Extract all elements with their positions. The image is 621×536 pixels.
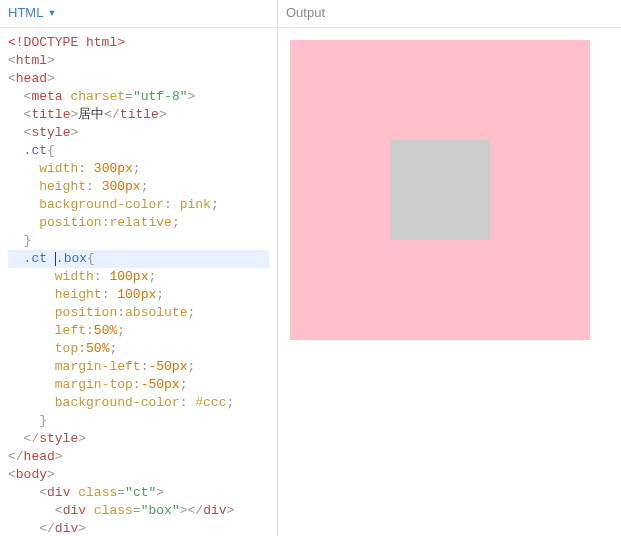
code-editor[interactable]: <!DOCTYPE html><html><head> <meta charse… <box>0 28 277 536</box>
code-line: .ct{ <box>8 142 269 160</box>
code-line: margin-left:-50px; <box>8 358 269 376</box>
app-container: HTML ▼ <!DOCTYPE html><html><head> <meta… <box>0 0 621 536</box>
code-line: background-color: #ccc; <box>8 394 269 412</box>
html-tab[interactable]: HTML ▼ <box>8 4 56 22</box>
code-line: width: 100px; <box>8 268 269 286</box>
code-line: <head> <box>8 70 269 88</box>
code-line: width: 300px; <box>8 160 269 178</box>
editor-panel: HTML ▼ <!DOCTYPE html><html><head> <meta… <box>0 0 278 536</box>
code-line: <title>居中</title> <box>8 106 269 124</box>
code-line-active: .ct .box{ <box>8 250 269 268</box>
code-line: } <box>8 412 269 430</box>
code-line: <div class="ct"> <box>8 484 269 502</box>
code-line: height: 300px; <box>8 178 269 196</box>
output-tab-label: Output <box>286 4 325 22</box>
code-line: </head> <box>8 448 269 466</box>
html-tab-label: HTML <box>8 4 43 22</box>
code-line: position:absolute; <box>8 304 269 322</box>
chevron-down-icon: ▼ <box>47 7 56 20</box>
code-line: </style> <box>8 430 269 448</box>
code-line: position:relative; <box>8 214 269 232</box>
output-preview <box>278 28 621 536</box>
code-line: height: 100px; <box>8 286 269 304</box>
code-line: background-color: pink; <box>8 196 269 214</box>
code-line: <!DOCTYPE html> <box>8 34 269 52</box>
output-tab-bar: Output <box>278 0 621 28</box>
output-panel: Output <box>278 0 621 536</box>
code-line: top:50%; <box>8 340 269 358</box>
code-line: } <box>8 232 269 250</box>
preview-box <box>390 140 490 240</box>
preview-container-ct <box>290 40 590 340</box>
code-line: left:50%; <box>8 322 269 340</box>
code-line: <html> <box>8 52 269 70</box>
code-line: <style> <box>8 124 269 142</box>
editor-tab-bar: HTML ▼ <box>0 0 277 28</box>
code-line: <body> <box>8 466 269 484</box>
code-line: <meta charset="utf-8"> <box>8 88 269 106</box>
code-line: </div> <box>8 520 269 536</box>
code-line: <div class="box"></div> <box>8 502 269 520</box>
code-line: margin-top:-50px; <box>8 376 269 394</box>
